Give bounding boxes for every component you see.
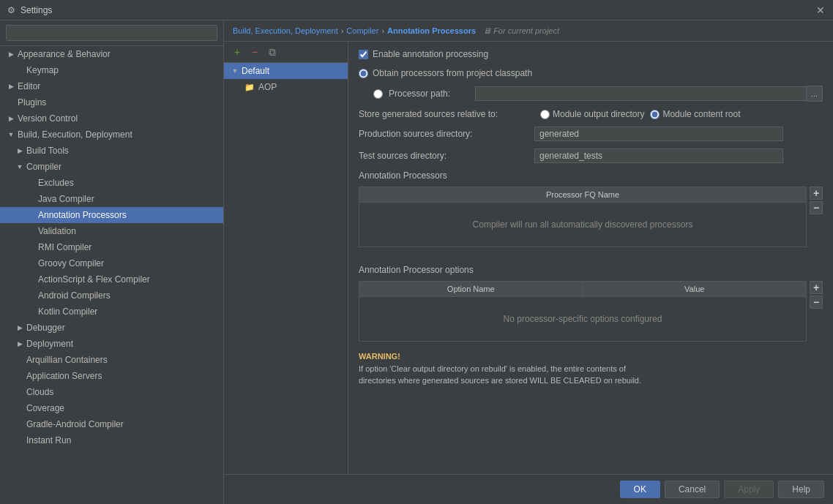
obtain-radio[interactable] (359, 69, 368, 78)
remove-processor-button[interactable]: − (810, 201, 823, 214)
test-sources-input[interactable] (534, 148, 783, 163)
sidebar-item-rmi[interactable]: RMI Compiler (0, 239, 223, 255)
module-content-radio[interactable] (650, 110, 660, 119)
processor-path-radio[interactable] (373, 89, 383, 99)
arrow-deployment (15, 339, 25, 349)
apply-button[interactable]: Apply (724, 481, 774, 498)
warning-text: If option 'Clear output directory on reb… (359, 364, 641, 385)
profile-aop[interactable]: 📁 AOP (224, 79, 348, 95)
profile-default[interactable]: Default (224, 63, 348, 79)
options-empty-text: No processor-specific options configured (504, 314, 662, 324)
tree-container: Appearance & Behavior Keymap Editor Plug… (0, 46, 223, 504)
sidebar-item-version-control[interactable]: Version Control (0, 110, 223, 127)
sidebar-item-actionscript[interactable]: ActionScript & Flex Compiler (0, 271, 223, 287)
enable-label: Enable annotation processing (373, 49, 488, 59)
options-side-buttons: + − (810, 281, 823, 342)
sidebar-item-editor[interactable]: Editor (0, 78, 223, 94)
sidebar-item-arquillian[interactable]: Arquillian Containers (0, 352, 223, 368)
arrow-editor (6, 81, 16, 91)
sidebar-label-vc: Version Control (16, 113, 78, 124)
breadcrumb-build[interactable]: Build, Execution, Deployment (233, 26, 338, 35)
sidebar-label-build-tools: Build Tools (25, 146, 69, 156)
module-content-option: Module content root (650, 109, 740, 119)
options-table-body: No processor-specific options configured (359, 297, 806, 341)
processor-empty-text: Compiler will run all automatically disc… (473, 219, 693, 230)
search-box (0, 20, 223, 46)
sidebar-item-compiler[interactable]: Compiler (0, 159, 223, 175)
sidebar-item-java-compiler[interactable]: Java Compiler (0, 191, 223, 207)
sidebar-item-app-servers[interactable]: Application Servers (0, 368, 223, 384)
store-label: Store generated sources relative to: (359, 109, 534, 119)
sidebar-item-kotlin[interactable]: Kotlin Compiler (0, 304, 223, 320)
sidebar: Appearance & Behavior Keymap Editor Plug… (0, 20, 224, 504)
sidebar-item-instant-run[interactable]: Instant Run (0, 432, 223, 448)
sidebar-item-excludes[interactable]: Excludes (0, 175, 223, 191)
sidebar-item-build[interactable]: Build, Execution, Deployment (0, 127, 223, 143)
breadcrumb-compiler[interactable]: Compiler (346, 26, 378, 35)
options-wrapper: Option Name Value No processor-specific … (359, 281, 823, 342)
option-name-header: Option Name (359, 282, 583, 296)
sidebar-label-annotation: Annotation Processors (37, 210, 127, 220)
remove-option-button[interactable]: − (810, 296, 823, 309)
folder-icon: 📁 (244, 83, 255, 92)
search-input[interactable] (6, 25, 217, 41)
sidebar-label-validation: Validation (37, 226, 76, 236)
content-area: Build, Execution, Deployment › Compiler … (224, 20, 833, 504)
ok-button[interactable]: OK (620, 481, 660, 498)
processor-path-label: Processor path: (389, 89, 469, 99)
enable-checkbox[interactable] (359, 50, 368, 59)
sidebar-item-plugins[interactable]: Plugins (0, 94, 223, 110)
add-option-button[interactable]: + (810, 281, 823, 294)
module-output-radio[interactable] (540, 110, 550, 119)
sidebar-item-gradle-android[interactable]: Gradle-Android Compiler (0, 416, 223, 432)
production-sources-row: Production sources directory: (359, 127, 823, 141)
sidebar-label-editor: Editor (16, 81, 40, 91)
sidebar-item-appearance[interactable]: Appearance & Behavior (0, 46, 223, 62)
sidebar-label-instant-run: Instant Run (25, 435, 71, 445)
enable-checkbox-row: Enable annotation processing (359, 49, 823, 59)
window-title: Settings (20, 5, 52, 15)
profile-tree: Default 📁 AOP (224, 63, 348, 474)
sidebar-item-coverage[interactable]: Coverage (0, 400, 223, 416)
module-content-label: Module content root (662, 109, 740, 119)
production-sources-input[interactable] (534, 127, 783, 141)
annotation-processors-title: Annotation Processors (359, 170, 823, 181)
sidebar-item-annotation-processors[interactable]: Annotation Processors (0, 207, 223, 223)
processor-path-input[interactable] (475, 86, 807, 101)
sidebar-item-android[interactable]: Android Compilers (0, 287, 223, 304)
left-toolbar: + − ⧉ (224, 42, 348, 63)
copy-profile-button[interactable]: ⧉ (265, 45, 280, 59)
sidebar-label-excludes: Excludes (37, 178, 74, 188)
sidebar-item-keymap[interactable]: Keymap (0, 62, 223, 78)
help-button[interactable]: Help (778, 481, 824, 498)
close-button[interactable]: ✕ (814, 4, 827, 17)
processor-side-buttons: + − (810, 187, 823, 214)
add-processor-button[interactable]: + (810, 187, 823, 200)
sidebar-item-validation[interactable]: Validation (0, 223, 223, 239)
sidebar-label-java: Java Compiler (37, 194, 94, 204)
sidebar-item-build-tools[interactable]: Build Tools (0, 143, 223, 159)
sidebar-item-groovy[interactable]: Groovy Compiler (0, 255, 223, 271)
sidebar-item-deployment[interactable]: Deployment (0, 336, 223, 352)
module-output-label: Module output directory (553, 109, 644, 119)
sidebar-label-deployment: Deployment (25, 339, 73, 349)
sidebar-label-kotlin: Kotlin Compiler (37, 306, 97, 317)
title-bar: ⚙ Settings ✕ (0, 0, 833, 20)
options-table: Option Name Value No processor-specific … (359, 281, 807, 342)
processor-path-browse[interactable]: ... (807, 86, 823, 102)
sidebar-item-clouds[interactable]: Clouds (0, 384, 223, 400)
sidebar-label-arquillian: Arquillian Containers (25, 355, 108, 365)
add-profile-button[interactable]: + (230, 45, 244, 59)
test-sources-row: Test sources directory: (359, 148, 823, 163)
profile-default-label: Default (240, 66, 269, 76)
cancel-button[interactable]: Cancel (665, 481, 720, 498)
breadcrumb-current: Annotation Processors (387, 26, 476, 35)
sidebar-label-gradle-android: Gradle-Android Compiler (25, 419, 124, 429)
processor-path-row: Processor path: ... (359, 86, 823, 102)
sidebar-label-plugins: Plugins (16, 97, 46, 108)
sidebar-item-debugger[interactable]: Debugger (0, 320, 223, 336)
test-sources-label: Test sources directory: (359, 151, 534, 161)
remove-profile-button[interactable]: − (247, 45, 262, 59)
arrow-compiler (15, 162, 25, 172)
warning-title: WARNING! (359, 352, 400, 361)
